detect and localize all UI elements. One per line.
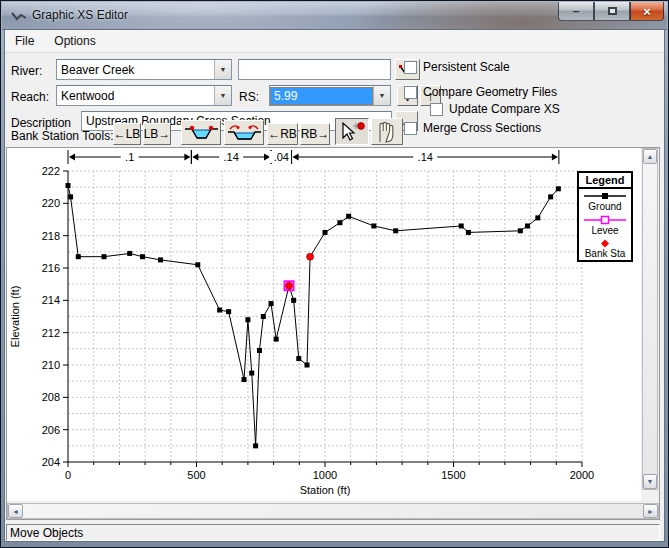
status-text: Move Objects	[7, 526, 83, 540]
persistent-scale-label: Persistent Scale	[423, 60, 510, 74]
compare-geometry-field[interactable]	[238, 59, 391, 80]
window-title: Graphic XS Editor	[32, 8, 128, 22]
select-move-tool-button[interactable]	[335, 118, 369, 145]
svg-text:216: 216	[42, 262, 60, 274]
description-label: Description	[11, 116, 71, 130]
river-label: River:	[11, 64, 42, 78]
scroll-up-icon[interactable]: ▲	[643, 149, 657, 164]
maximize-icon	[608, 7, 617, 15]
scroll-left-icon[interactable]: ◄	[8, 504, 23, 518]
svg-text:218: 218	[42, 230, 60, 242]
move-right-bank-right-button[interactable]: RB→	[300, 123, 330, 145]
scroll-right-icon[interactable]: ►	[643, 504, 658, 518]
svg-text:1500: 1500	[441, 469, 465, 481]
move-right-bank-left-button[interactable]: ←RB	[267, 123, 298, 145]
reach-label: Reach:	[11, 90, 49, 104]
persistent-scale-row: Persistent Scale	[404, 60, 510, 74]
bank-station-tools-label: Bank Station Tools:	[11, 129, 114, 143]
merge-xs-label: Merge Cross Sections	[423, 121, 541, 135]
rs-value: 5.99	[270, 87, 373, 105]
hand-icon	[374, 121, 400, 143]
horizontal-scrollbar[interactable]: ◄ ►	[7, 503, 659, 519]
tick-labels: 2042062082102122142162182202220500100015…	[42, 165, 595, 481]
river-value: Beaver Creek	[57, 61, 214, 79]
graphic-xs-editor-window: Graphic XS Editor – × File Options River…	[0, 0, 669, 548]
update-compare-label: Update Compare XS	[449, 102, 560, 116]
svg-text:222: 222	[42, 165, 60, 177]
svg-text:0: 0	[65, 469, 71, 481]
legend-ground-label: Ground	[579, 201, 631, 213]
svg-text:208: 208	[42, 391, 60, 403]
svg-text:.14: .14	[418, 151, 433, 163]
svg-text:212: 212	[42, 327, 60, 339]
legend: Legend Ground Levee Bank Sta	[577, 171, 633, 262]
axes	[63, 171, 582, 467]
svg-text:2000: 2000	[570, 469, 594, 481]
ground-series[interactable]	[66, 183, 561, 448]
merge-xs-checkbox[interactable]	[404, 122, 417, 135]
xs-banks-icon	[183, 123, 219, 143]
pointer-icon	[338, 121, 366, 143]
river-combo[interactable]: Beaver Creek ▼	[56, 59, 232, 80]
bank-station-marker[interactable]	[286, 282, 293, 289]
app-icon	[11, 10, 27, 22]
menu-options[interactable]: Options	[44, 31, 105, 51]
svg-text:.1: .1	[125, 151, 134, 163]
menu-file[interactable]: File	[5, 31, 44, 51]
title-bar[interactable]: Graphic XS Editor – ×	[2, 2, 667, 30]
compare-geometry-checkbox[interactable]	[404, 86, 417, 99]
merge-xs-row: Merge Cross Sections	[404, 121, 541, 135]
rs-combo[interactable]: 5.99 ▼	[269, 85, 391, 106]
xs-plot[interactable]: 2042062082102122142162182202220500100015…	[7, 148, 641, 501]
svg-text:500: 500	[187, 469, 205, 481]
svg-text:210: 210	[42, 359, 60, 371]
svg-text:214: 214	[42, 294, 60, 306]
legend-levee-label: Levee	[579, 225, 631, 237]
y-axis-title: Elevation (ft)	[9, 286, 21, 348]
move-left-bank-right-button[interactable]: LB→	[143, 123, 171, 145]
rs-label: RS:	[239, 90, 259, 104]
svg-text:.04: .04	[274, 151, 289, 163]
menu-bar: File Options	[5, 30, 664, 53]
minimize-button[interactable]: –	[558, 2, 594, 21]
slide-bank-stations-button[interactable]	[224, 120, 264, 145]
update-compare-checkbox[interactable]	[430, 103, 443, 116]
chevron-down-icon[interactable]: ▼	[214, 86, 231, 105]
chart-canvas[interactable]: 2042062082102122142162182202220500100015…	[7, 148, 641, 501]
maximize-button[interactable]	[594, 2, 630, 21]
reach-combo[interactable]: Kentwood ▼	[56, 85, 232, 106]
client-area: File Options River: Beaver Creek ▼ Reach…	[4, 29, 665, 542]
xs-slide-banks-icon	[226, 123, 262, 143]
vertical-scrollbar[interactable]: ▲ ▼	[642, 148, 658, 490]
svg-text:220: 220	[42, 197, 60, 209]
svg-text:1000: 1000	[313, 469, 337, 481]
legend-bank-sta-marker	[582, 239, 628, 248]
bank-station-marker[interactable]	[307, 253, 314, 260]
reach-value: Kentwood	[57, 87, 214, 105]
grid	[68, 171, 582, 462]
chart-frame: 2042062082102122142162182202220500100015…	[6, 147, 660, 520]
x-axis-title: Station (ft)	[300, 484, 351, 496]
pan-tool-button[interactable]	[371, 118, 403, 145]
persistent-scale-checkbox[interactable]	[404, 61, 417, 74]
close-button[interactable]: ×	[630, 2, 664, 21]
update-compare-row: Update Compare XS	[430, 102, 560, 116]
svg-text:206: 206	[42, 424, 60, 436]
svg-text:.14: .14	[224, 151, 239, 163]
set-bank-stations-button[interactable]	[181, 120, 221, 145]
chevron-down-icon[interactable]: ▼	[373, 86, 390, 105]
legend-bank-sta-label: Bank Sta	[579, 248, 631, 260]
legend-levee-marker	[582, 215, 628, 225]
n-value-regions: .1.14.04.14	[68, 150, 559, 164]
status-bar: Move Objects	[6, 524, 660, 541]
move-left-bank-left-button[interactable]: ←LB	[113, 123, 141, 145]
chevron-down-icon[interactable]: ▼	[214, 60, 231, 79]
compare-geometry-row: Compare Geometry Files	[404, 85, 557, 99]
svg-text:204: 204	[42, 456, 60, 468]
legend-ground-marker	[582, 191, 628, 201]
legend-title: Legend	[579, 173, 631, 189]
scroll-down-icon[interactable]: ▼	[643, 474, 657, 489]
compare-geometry-label: Compare Geometry Files	[423, 85, 557, 99]
